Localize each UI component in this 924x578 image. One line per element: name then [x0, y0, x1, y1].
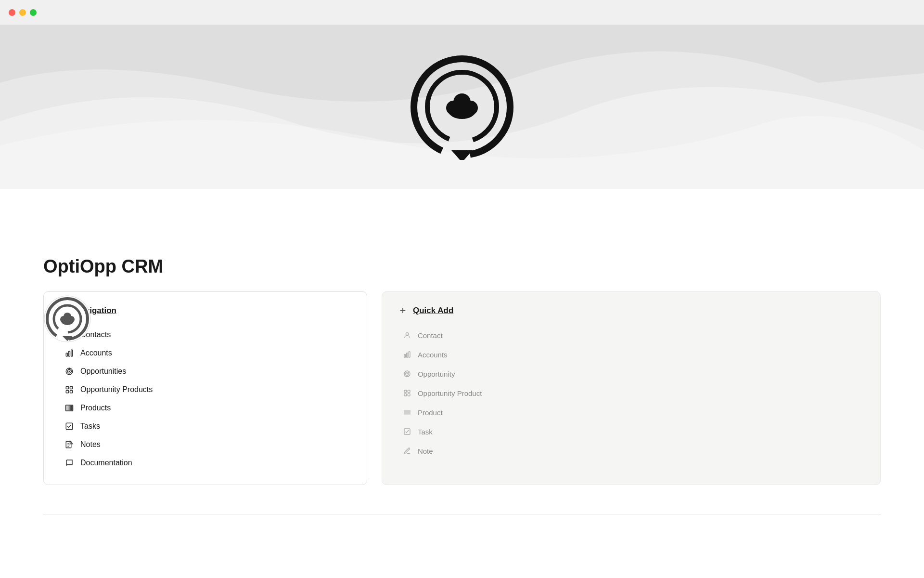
bar-chart-icon — [64, 348, 75, 358]
bottom-divider — [43, 514, 881, 514]
svg-rect-40 — [404, 394, 407, 396]
svg-point-13 — [64, 313, 71, 320]
svg-rect-33 — [407, 353, 408, 357]
page-section: OptiOpp CRM Navigation — [0, 189, 924, 514]
nav-card-header: Navigation — [59, 305, 351, 316]
barcode-icon — [402, 407, 412, 417]
quick-item-label: Accounts — [418, 351, 448, 359]
quick-item-label: Task — [418, 428, 433, 436]
nav-item-label: Opportunity Products — [80, 385, 153, 394]
book-icon — [64, 458, 75, 468]
svg-point-23 — [69, 371, 70, 372]
page-title: OptiOpp CRM — [43, 256, 881, 277]
sidebar-item-accounts[interactable]: Accounts — [59, 345, 351, 361]
svg-rect-41 — [408, 394, 410, 396]
sidebar-item-tasks[interactable]: Tasks — [59, 418, 351, 434]
nav-item-label: Documentation — [80, 459, 132, 467]
svg-rect-24 — [66, 386, 68, 389]
svg-rect-25 — [70, 386, 73, 389]
svg-rect-38 — [404, 390, 407, 393]
hero-logo-large — [409, 54, 515, 160]
sidebar-item-contacts[interactable]: Contacts — [59, 327, 351, 343]
sidebar-item-opportunity-products[interactable]: Opportunity Products — [59, 381, 351, 398]
sidebar-item-opportunities[interactable]: Opportunities — [59, 363, 351, 380]
quick-add-header-title: Quick Add — [413, 306, 453, 315]
close-button[interactable] — [9, 9, 15, 16]
two-column-layout: Navigation Contacts — [43, 291, 881, 485]
maximize-button[interactable] — [30, 9, 37, 16]
quick-item-label: Opportunity Product — [418, 389, 482, 397]
checkbox-icon — [402, 427, 412, 436]
hero-banner — [0, 25, 924, 189]
quick-add-task[interactable]: Task — [398, 423, 865, 440]
minimize-button[interactable] — [19, 9, 26, 16]
svg-point-6 — [453, 93, 471, 111]
nav-item-label: Products — [80, 404, 111, 412]
quick-add-accounts[interactable]: Accounts — [398, 346, 865, 363]
svg-point-37 — [407, 373, 407, 374]
grid-icon — [64, 384, 75, 395]
sidebar-item-notes[interactable]: Notes — [59, 436, 351, 453]
nav-list: Contacts Accounts — [59, 327, 351, 471]
sidebar-item-documentation[interactable]: Documentation — [59, 455, 351, 471]
checkbox-icon — [64, 421, 75, 432]
svg-rect-34 — [409, 352, 410, 357]
svg-rect-18 — [66, 353, 67, 356]
main-content: OptiOpp CRM Navigation — [0, 189, 924, 514]
quick-add-note[interactable]: Note — [398, 442, 865, 460]
quick-add-product[interactable]: Product — [398, 404, 865, 421]
quick-item-label: Product — [418, 408, 443, 417]
quick-add-header: + Quick Add — [398, 305, 865, 316]
target-icon — [64, 366, 75, 377]
titlebar — [0, 0, 924, 25]
nav-item-label: Notes — [80, 440, 101, 449]
grid-icon — [402, 388, 412, 398]
quick-add-opportunity[interactable]: Opportunity — [398, 365, 865, 382]
page-logo-small — [43, 295, 91, 343]
quick-add-opportunity-product[interactable]: Opportunity Product — [398, 384, 865, 402]
quick-add-contact[interactable]: Contact — [398, 327, 865, 344]
plus-icon: + — [398, 305, 408, 316]
svg-point-31 — [406, 333, 408, 335]
nav-item-label: Opportunities — [80, 367, 126, 376]
navigation-card: Navigation Contacts — [43, 291, 367, 485]
person-icon — [402, 330, 412, 340]
target-icon — [402, 369, 412, 379]
quick-item-label: Note — [418, 447, 433, 455]
svg-rect-32 — [404, 355, 406, 357]
edit-icon — [64, 439, 75, 450]
nav-item-label: Tasks — [80, 422, 100, 431]
svg-rect-39 — [408, 390, 410, 393]
edit-icon — [402, 446, 412, 456]
svg-rect-19 — [69, 351, 70, 356]
quick-item-label: Opportunity — [418, 370, 455, 378]
quick-item-label: Contact — [418, 331, 443, 340]
svg-rect-26 — [66, 391, 68, 393]
quick-add-list: Contact Accounts — [398, 327, 865, 460]
svg-rect-27 — [70, 391, 73, 393]
barcode-icon — [64, 403, 75, 413]
sidebar-item-products[interactable]: Products — [59, 400, 351, 416]
quick-add-card: + Quick Add Contact — [382, 291, 881, 485]
nav-item-label: Accounts — [80, 349, 112, 357]
bar-chart-icon — [402, 350, 412, 359]
svg-rect-20 — [71, 350, 73, 356]
